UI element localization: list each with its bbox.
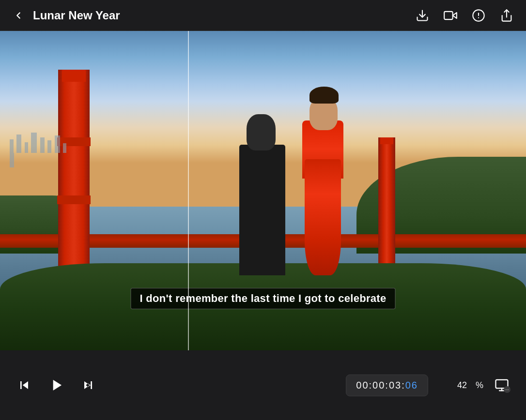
camera-button[interactable] bbox=[441, 6, 460, 25]
video-player[interactable]: I don't remember the last time I got to … bbox=[0, 31, 526, 350]
play-button[interactable] bbox=[46, 375, 67, 396]
timecode-hours: 00 bbox=[356, 380, 369, 390]
timecode-display[interactable]: 00:00:03:06 bbox=[346, 375, 428, 396]
top-actions bbox=[413, 6, 516, 25]
timecode-seconds: 03 bbox=[389, 380, 402, 390]
zoom-unit: % bbox=[476, 380, 483, 390]
timecode-minutes: 00 bbox=[372, 380, 385, 390]
view-layout-button[interactable]: ··· bbox=[491, 375, 512, 396]
controls-bar: 00:00:03:06 42 % ··· bbox=[0, 350, 526, 420]
bridge-crossbeam-2 bbox=[57, 195, 91, 204]
zoom-level: 42 bbox=[440, 380, 467, 390]
timecode-value: 00:00:03:06 bbox=[356, 380, 418, 391]
right-controls: 42 % ··· bbox=[440, 375, 512, 396]
svg-rect-1 bbox=[444, 11, 453, 19]
more-options-badge: ··· bbox=[504, 386, 511, 393]
couple-figure bbox=[222, 96, 358, 275]
timecode-frames: 06 bbox=[405, 380, 418, 390]
edit-button[interactable] bbox=[469, 6, 488, 25]
skip-to-beginning-button[interactable] bbox=[14, 375, 35, 396]
download-button[interactable] bbox=[413, 6, 432, 25]
playhead bbox=[188, 31, 189, 350]
share-button[interactable] bbox=[497, 6, 516, 25]
page-title: Lunar New Year bbox=[33, 9, 413, 22]
woman-silhouette bbox=[295, 106, 358, 275]
man-silhouette bbox=[232, 101, 295, 275]
subtitle-container: I don't remember the last time I got to … bbox=[131, 288, 396, 309]
skip-to-end-button[interactable] bbox=[77, 375, 99, 396]
back-button[interactable] bbox=[10, 7, 27, 24]
subtitle-text: I don't remember the last time I got to … bbox=[140, 292, 387, 304]
playback-controls bbox=[14, 375, 99, 396]
city-background bbox=[10, 133, 68, 166]
top-bar: Lunar New Year bbox=[0, 0, 526, 31]
